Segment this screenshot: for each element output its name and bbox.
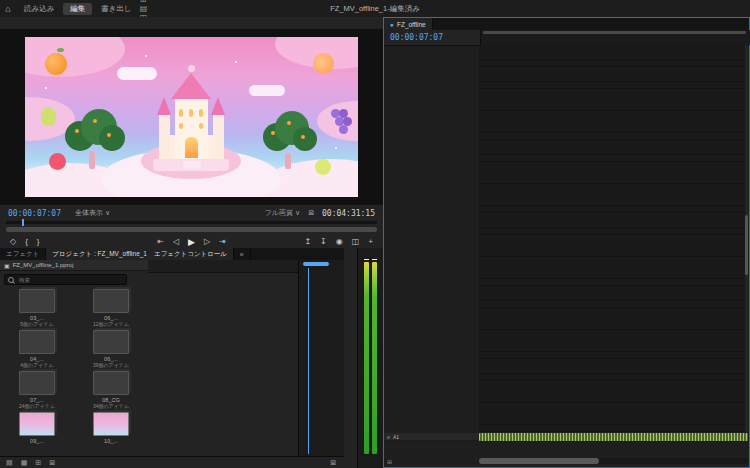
step-forward-icon[interactable]: ▷ [204, 237, 210, 246]
castle-tower-roof [157, 97, 171, 115]
media-thumbnail [93, 412, 129, 436]
program-zoom-scrollbar[interactable] [6, 227, 377, 232]
ec-source-tabs [148, 260, 298, 273]
audio-meter-right [372, 262, 377, 454]
castle-main-roof [171, 73, 211, 99]
window-title: FZ_MV_offline_1-編集済み [330, 4, 420, 14]
ec-timeline-scrollbar[interactable] [303, 262, 329, 266]
project-item[interactable]: 10_... [74, 409, 148, 444]
castle-window [199, 123, 203, 129]
program-scrub-strip[interactable] [6, 221, 377, 224]
add-marker-icon[interactable]: ◇ [10, 237, 16, 246]
panel-list-icon[interactable]: ▤ [140, 4, 148, 13]
castle-window [179, 123, 183, 129]
project-item[interactable]: 07_...24個のアイテム [0, 368, 74, 409]
audio-track-waveform[interactable] [479, 433, 748, 441]
cloud [249, 85, 285, 96]
transport-right: ↥↧◉◫+ [304, 237, 373, 246]
fruit-pear [41, 107, 56, 126]
zoom-level-dropdown[interactable]: 全体表示 ∨ [75, 208, 110, 218]
program-playhead[interactable] [22, 219, 24, 226]
track-label: A1 [393, 434, 399, 440]
sparkle [335, 147, 337, 149]
panel-menu-icon[interactable]: ≡ [234, 248, 251, 260]
mark-out-icon[interactable]: } [37, 237, 40, 246]
menu-item[interactable]: 書き出し [94, 3, 138, 15]
project-item[interactable]: 04_...4個のアイテム [0, 327, 74, 368]
icon-view-icon[interactable]: ▦ [21, 459, 28, 467]
unsaved-indicator-icon: ● [390, 21, 394, 28]
project-footer: ▤▦⊞⊠ [0, 456, 148, 468]
program-timecode[interactable]: 00:00:07:07 [8, 209, 61, 218]
delete-icon[interactable]: ⊠ [49, 459, 55, 467]
timeline-ruler[interactable] [480, 30, 750, 45]
playback-quality-dropdown[interactable]: フル画質 ∨ [265, 208, 300, 218]
ec-playhead[interactable] [308, 268, 309, 454]
transport-center: ⇤◁▶▷⇥ [157, 237, 226, 247]
project-item[interactable]: 09_... [0, 409, 74, 444]
list-view-icon[interactable]: ▤ [6, 459, 13, 467]
sequence-duration: 00:04:31:15 [322, 209, 375, 218]
new-bin-icon[interactable]: ⊞ [35, 459, 41, 467]
tab-effect-controls[interactable]: エフェクトコントロール [148, 248, 234, 260]
timeline-zoom-scrollbar[interactable] [483, 31, 746, 34]
tree-fruit [287, 121, 291, 125]
fruit-apple [49, 153, 66, 170]
tab-timeline-sequence[interactable]: ● FZ_offline [384, 18, 433, 30]
menu-item[interactable]: 編集 [63, 3, 92, 15]
panel-tab[interactable]: エフェクト [0, 248, 46, 260]
timeline-hscroll-track[interactable] [479, 458, 748, 464]
track-target-toggle[interactable] [387, 436, 390, 439]
settings-wrench-icon[interactable]: ⊠ [308, 209, 314, 217]
timeline-track-area[interactable] [479, 45, 748, 432]
castle-steps [183, 161, 201, 169]
sparkle [45, 87, 47, 89]
audio-meters-panel[interactable] [358, 248, 383, 468]
timeline-panel: ● FZ_offline 00:00:07:07 A1 ⊞ [383, 17, 750, 468]
menu-item[interactable]: 読み込み [17, 3, 61, 15]
project-file-name[interactable]: FZ_MV_offline_1.pproj [13, 262, 74, 268]
project-item-name: 10_... [104, 438, 118, 444]
lift-icon[interactable]: ↥ [304, 237, 311, 246]
bin-thumbnail [93, 330, 129, 354]
home-button[interactable]: ⌂ [0, 4, 16, 14]
castle-window [199, 109, 203, 117]
tree-fruit [107, 133, 111, 137]
project-item-grid: 03_...5個のアイテム06_...12個のアイテム04_...4個のアイテム… [0, 286, 148, 444]
program-monitor-panel: 00:00:07:07 全体表示 ∨ フル画質 ∨ ⊠ 00:04:31:15 … [0, 17, 384, 248]
go-to-out-icon[interactable]: ⇥ [219, 237, 226, 246]
timeline-vscroll[interactable] [745, 45, 748, 432]
transport-left: ◇{} [10, 237, 40, 246]
go-to-in-icon[interactable]: ⇤ [157, 237, 164, 246]
bin-thumbnail [19, 289, 55, 313]
play-icon[interactable]: ▶ [188, 237, 195, 247]
search-input[interactable] [17, 276, 111, 284]
timeline-vscroll-thumb[interactable] [745, 215, 748, 275]
delete-effect-icon[interactable]: ⊠ [330, 459, 336, 467]
menubar: ⌂ 読み込み編集書き出し FZ_MV_offline_1-編集済み ⊞▤◫ [0, 0, 750, 18]
ec-mini-timeline[interactable] [298, 260, 345, 456]
extract-icon[interactable]: ↧ [320, 237, 327, 246]
bin-thumbnail [93, 371, 129, 395]
castle-window [179, 109, 183, 117]
castle-tower [159, 115, 170, 159]
timeline-timecode[interactable]: 00:00:07:07 [390, 33, 443, 42]
timeline-hscroll-thumb[interactable] [479, 458, 599, 464]
project-item[interactable]: 03_...5個のアイテム [0, 286, 74, 327]
panel-tab[interactable]: プロジェクト : FZ_MV_offline_1 [46, 248, 154, 260]
comparison-view-icon[interactable]: ◫ [352, 237, 360, 246]
tree-foliage [293, 127, 317, 151]
project-item[interactable]: 06_...12個のアイテム [74, 286, 148, 327]
project-item[interactable]: 06_...39個のアイテム [74, 327, 148, 368]
tools-panel [344, 248, 358, 468]
tree-trunk [89, 151, 95, 169]
project-item[interactable]: 08_CG34個のアイテム [74, 368, 148, 409]
export-frame-icon[interactable]: ◉ [336, 237, 343, 246]
audio-meter-left [364, 262, 369, 454]
button-editor-icon[interactable]: + [368, 237, 373, 246]
project-item-name: 09_... [30, 438, 44, 444]
timeline-fit-icon[interactable]: ⊞ [387, 458, 392, 465]
step-back-icon[interactable]: ◁ [173, 237, 179, 246]
mark-in-icon[interactable]: { [25, 237, 28, 246]
premiere-pro-window: ⌂ 読み込み編集書き出し FZ_MV_offline_1-編集済み ⊞▤◫ オー… [0, 0, 750, 468]
